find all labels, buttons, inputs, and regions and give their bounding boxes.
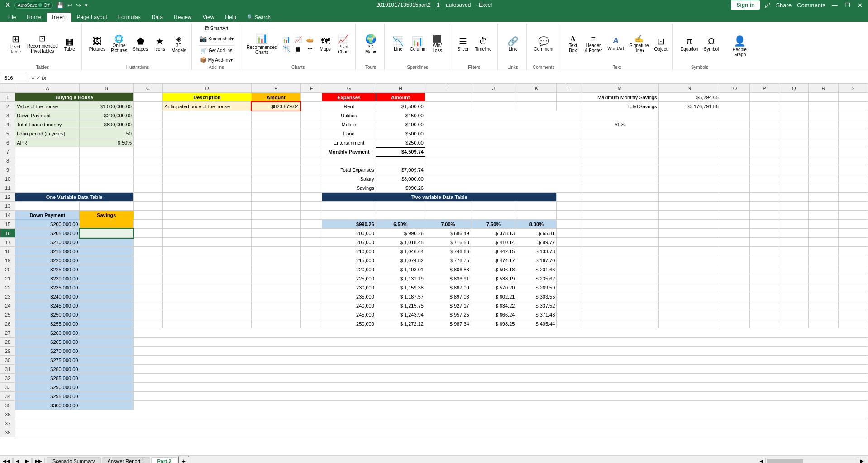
row-25-header[interactable]: 25: [0, 310, 15, 319]
cell-D24[interactable]: [163, 301, 252, 310]
confirm-formula-icon[interactable]: ✓: [36, 75, 41, 81]
cell-A17[interactable]: $210,000.00: [15, 238, 80, 247]
cell-H4[interactable]: $100.00: [376, 120, 425, 129]
cell-C13[interactable]: [133, 202, 162, 211]
cell-R20[interactable]: [809, 265, 838, 274]
cell-C16[interactable]: [133, 229, 162, 238]
cell-P3[interactable]: [750, 111, 779, 120]
cell-reference-input[interactable]: B16: [2, 74, 29, 82]
cell-I15[interactable]: 7.00%: [425, 220, 471, 229]
cell-R7[interactable]: [809, 147, 838, 156]
cell-F15[interactable]: [300, 220, 322, 229]
cell-O3[interactable]: [720, 111, 749, 120]
cell-F26[interactable]: [300, 319, 322, 328]
wordart-button[interactable]: A WordArt: [606, 35, 626, 52]
row-12-header[interactable]: 12: [0, 193, 15, 202]
cell-P1[interactable]: [750, 93, 779, 102]
cell-M10[interactable]: [581, 174, 658, 183]
cell-H5[interactable]: $500.00: [376, 129, 425, 138]
cell-H2[interactable]: $1,500.00: [376, 102, 425, 111]
cell-B4[interactable]: $800,000.00: [80, 120, 134, 129]
cell-K20[interactable]: $ 201.66: [516, 265, 557, 274]
cell-P8[interactable]: [750, 156, 779, 165]
cell-K17[interactable]: $ 99.77: [516, 238, 557, 247]
sheet-tab-scenario-summary[interactable]: Scenario Summary: [47, 457, 101, 463]
cell-J2[interactable]: [471, 102, 516, 111]
cell-I26[interactable]: $ 987.34: [425, 319, 471, 328]
cell-C12[interactable]: [133, 193, 162, 202]
cell-A24[interactable]: $245,000.00: [15, 301, 80, 310]
cell-H11[interactable]: $990.26: [376, 183, 425, 193]
cell-K13[interactable]: [516, 202, 557, 211]
cell-K15[interactable]: 8.00%: [516, 220, 557, 229]
cell-L16[interactable]: [557, 229, 581, 238]
pivotchart-button[interactable]: 📈 PivotChart: [335, 33, 352, 55]
cell-J22[interactable]: $ 570.20: [471, 283, 516, 292]
cell-D2[interactable]: Anticipated price of the house: [163, 102, 252, 111]
cell-J21[interactable]: $ 538.19: [471, 274, 516, 283]
cell-O4[interactable]: [720, 120, 749, 129]
cell-D26[interactable]: [163, 319, 252, 328]
cell-B33[interactable]: [80, 383, 134, 392]
cell-N23[interactable]: [658, 292, 720, 301]
cell-Q23[interactable]: [779, 292, 809, 301]
cell-H13[interactable]: [376, 202, 425, 211]
cell-B5[interactable]: 50: [80, 129, 134, 138]
cell-F13[interactable]: [300, 202, 322, 211]
row-1-header[interactable]: 1: [0, 93, 15, 102]
cell-D20[interactable]: [163, 265, 252, 274]
cell-H6[interactable]: $250.00: [376, 138, 425, 147]
cell-S14[interactable]: [838, 211, 868, 220]
cell-K22[interactable]: $ 269.59: [516, 283, 557, 292]
cell-K19[interactable]: $ 167.70: [516, 256, 557, 265]
cell-P12[interactable]: [750, 193, 779, 202]
horizontal-scrollbar[interactable]: [767, 459, 857, 463]
col-L[interactable]: L: [557, 84, 581, 93]
cell-A33[interactable]: $290,000.00: [15, 383, 80, 392]
cell-N12[interactable]: [658, 193, 720, 202]
cell-Q15[interactable]: [779, 220, 809, 229]
cell-K16[interactable]: $ 65.81: [516, 229, 557, 238]
cell-B11[interactable]: [80, 183, 134, 193]
screenshot-button[interactable]: 📷 Screenshot▾: [197, 34, 235, 43]
cell-B17[interactable]: [80, 238, 134, 247]
cell-L25[interactable]: [557, 310, 581, 319]
cell-R25[interactable]: [809, 310, 838, 319]
cell-G11[interactable]: Savings: [322, 183, 376, 193]
area-chart-button[interactable]: ▦: [293, 44, 304, 53]
cell-B16[interactable]: [80, 229, 134, 238]
cell-P2[interactable]: [750, 102, 779, 111]
cell-C17[interactable]: [133, 238, 162, 247]
cell-P17[interactable]: [750, 238, 779, 247]
row-21-header[interactable]: 21: [0, 274, 15, 283]
smartart-button[interactable]: ⧉ SmartArt: [203, 24, 230, 33]
cell-I16[interactable]: $ 686.49: [425, 229, 471, 238]
cell-Q9[interactable]: [779, 165, 809, 174]
cell-E4[interactable]: [251, 120, 300, 129]
cell-F12[interactable]: [300, 193, 322, 202]
col-M[interactable]: M: [581, 84, 658, 93]
cell-D5[interactable]: [163, 129, 252, 138]
cell-O10[interactable]: [720, 174, 749, 183]
cell-P26[interactable]: [750, 319, 779, 328]
cell-I19[interactable]: $ 776.75: [425, 256, 471, 265]
cell-H17[interactable]: $ 1,018.45: [376, 238, 425, 247]
cell-G5[interactable]: Food: [322, 129, 376, 138]
cell-Q1[interactable]: [779, 93, 809, 102]
cell-E21[interactable]: [251, 274, 300, 283]
cell-A5[interactable]: Loan period (in years): [15, 129, 80, 138]
cell-O7[interactable]: [720, 147, 749, 156]
cell-N8[interactable]: [658, 156, 720, 165]
cell-F10[interactable]: [300, 174, 322, 183]
row-11-header[interactable]: 11: [0, 183, 15, 193]
cell-N5[interactable]: [658, 129, 720, 138]
col-B[interactable]: B: [80, 84, 134, 93]
cell-E3[interactable]: [251, 111, 300, 120]
cell-N4[interactable]: [658, 120, 720, 129]
cell-P5[interactable]: [750, 129, 779, 138]
cell-L14[interactable]: [557, 211, 581, 220]
cell-R16[interactable]: [809, 229, 838, 238]
cell-R3[interactable]: [809, 111, 838, 120]
row-8-header[interactable]: 8: [0, 156, 15, 165]
cell-F5[interactable]: [300, 129, 322, 138]
